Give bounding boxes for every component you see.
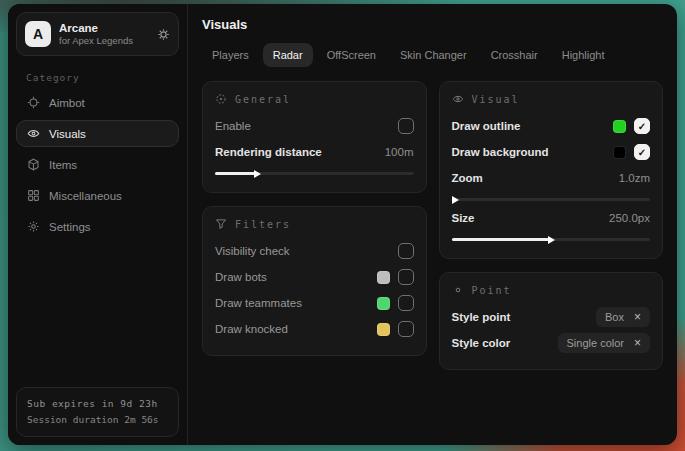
app-window: A Arcane for Apex Legends Category (8, 4, 677, 445)
color-swatch[interactable] (377, 271, 390, 284)
setting-label: Style point (452, 311, 511, 323)
setting-row-draw-teammates: Draw teammates (215, 290, 414, 316)
setting-row-style-point: Style point Box × (452, 304, 651, 330)
setting-value: 100m (385, 146, 414, 158)
eye-icon (452, 93, 464, 105)
color-swatch[interactable] (613, 120, 626, 133)
setting-label: Rendering distance (215, 146, 322, 158)
category-label: Category (26, 72, 179, 83)
color-swatch[interactable] (613, 146, 626, 159)
panel-point-header: Point (452, 284, 651, 296)
setting-value: 1.0zm (619, 172, 650, 184)
page-title: Visuals (202, 17, 663, 32)
slider-fill (215, 172, 255, 175)
slider-fill (452, 238, 549, 241)
slider-thumb[interactable] (254, 170, 261, 178)
tab-highlight[interactable]: Highlight (552, 43, 615, 67)
slider-thumb[interactable] (452, 196, 459, 204)
draw-bots-checkbox[interactable] (398, 269, 414, 285)
sidebar-item-label: Visuals (49, 128, 86, 140)
brand-text: Arcane for Apex Legends (59, 21, 133, 47)
right-column: Visual Draw outline ✓ Draw background (439, 81, 664, 370)
general-icon (215, 93, 227, 105)
brand-card: A Arcane for Apex Legends (16, 12, 179, 56)
panel-title: Filters (235, 219, 291, 230)
setting-row-visibility-check: Visibility check (215, 238, 414, 264)
panel-point: Point Style point Box × Style color Sing… (439, 272, 664, 370)
visibility-check-checkbox[interactable] (398, 243, 414, 259)
draw-outline-checkbox[interactable]: ✓ (634, 118, 650, 134)
sidebar-item-miscellaneous[interactable]: Miscellaneous (16, 182, 179, 209)
panel-visual: Visual Draw outline ✓ Draw background (439, 81, 664, 259)
tab-bar: Players Radar OffScreen Skin Changer Cro… (202, 43, 663, 67)
setting-row-zoom: Zoom 1.0zm (452, 165, 651, 191)
sub-expiry-text: Sub expires in 9d 23h (27, 396, 168, 412)
draw-background-checkbox[interactable]: ✓ (634, 144, 650, 160)
zoom-slider[interactable] (452, 198, 651, 201)
panel-general: General Enable Rendering distance 100m (202, 81, 427, 193)
brand-subtitle: for Apex Legends (59, 35, 133, 47)
setting-label: Visibility check (215, 245, 290, 257)
setting-row-style-color: Style color Single color × (452, 330, 651, 356)
sidebar-item-label: Settings (49, 221, 91, 233)
eye-scan-icon (27, 127, 40, 140)
setting-value: 250.0px (609, 212, 650, 224)
setting-label: Zoom (452, 172, 483, 184)
sidebar-item-label: Miscellaneous (49, 190, 122, 202)
setting-row-size: Size 250.0px (452, 205, 651, 231)
style-point-select[interactable]: Box × (596, 307, 650, 327)
left-column: General Enable Rendering distance 100m (202, 81, 427, 356)
setting-row-draw-bots: Draw bots (215, 264, 414, 290)
setting-label: Style color (452, 337, 511, 349)
setting-label: Draw knocked (215, 323, 288, 335)
rendering-distance-slider[interactable] (215, 172, 414, 175)
sidebar-item-visuals[interactable]: Visuals (16, 120, 179, 147)
sidebar: A Arcane for Apex Legends Category (8, 4, 188, 445)
panel-title: Visual (472, 94, 520, 105)
brand-name: Arcane (59, 21, 133, 35)
setting-label: Size (452, 212, 475, 224)
gear-target-icon[interactable] (157, 28, 170, 41)
setting-label: Enable (215, 120, 251, 132)
color-swatch[interactable] (377, 297, 390, 310)
sidebar-item-aimbot[interactable]: Aimbot (16, 89, 179, 116)
size-slider[interactable] (452, 238, 651, 241)
sidebar-item-label: Aimbot (49, 97, 85, 109)
panel-filters: Filters Visibility check Draw bots (202, 206, 427, 356)
setting-label: Draw bots (215, 271, 267, 283)
selected-option: Box (605, 311, 624, 323)
tab-crosshair[interactable]: Crosshair (481, 43, 548, 67)
sidebar-item-settings[interactable]: Settings (16, 213, 179, 240)
draw-teammates-checkbox[interactable] (398, 295, 414, 311)
sidebar-item-label: Items (49, 159, 77, 171)
content: General Enable Rendering distance 100m (202, 81, 663, 370)
sidebar-item-items[interactable]: Items (16, 151, 179, 178)
close-icon[interactable]: × (634, 311, 641, 323)
enable-checkbox[interactable] (398, 118, 414, 134)
session-card: Sub expires in 9d 23h Session duration 2… (16, 387, 179, 437)
setting-row-draw-knocked: Draw knocked (215, 316, 414, 342)
funnel-icon (215, 218, 227, 230)
crosshair-icon (27, 96, 40, 109)
grid-icon (27, 189, 40, 202)
panel-filters-header: Filters (215, 218, 414, 230)
main-area: Visuals Players Radar OffScreen Skin Cha… (188, 4, 677, 445)
style-color-select[interactable]: Single color × (558, 333, 651, 353)
close-icon[interactable]: × (634, 337, 641, 349)
tab-skin-changer[interactable]: Skin Changer (390, 43, 477, 67)
setting-row-draw-outline: Draw outline ✓ (452, 113, 651, 139)
panel-visual-header: Visual (452, 93, 651, 105)
point-icon (452, 284, 464, 296)
draw-knocked-checkbox[interactable] (398, 321, 414, 337)
selected-option: Single color (567, 337, 624, 349)
tab-offscreen[interactable]: OffScreen (317, 43, 386, 67)
color-swatch[interactable] (377, 323, 390, 336)
tab-radar[interactable]: Radar (263, 43, 313, 67)
slider-thumb[interactable] (548, 236, 555, 244)
setting-row-enable: Enable (215, 113, 414, 139)
tab-players[interactable]: Players (202, 43, 259, 67)
brand-logo: A (25, 21, 51, 47)
cube-icon (27, 158, 40, 171)
sidebar-nav: Aimbot Visuals Items (16, 89, 179, 240)
panel-title: General (235, 94, 291, 105)
